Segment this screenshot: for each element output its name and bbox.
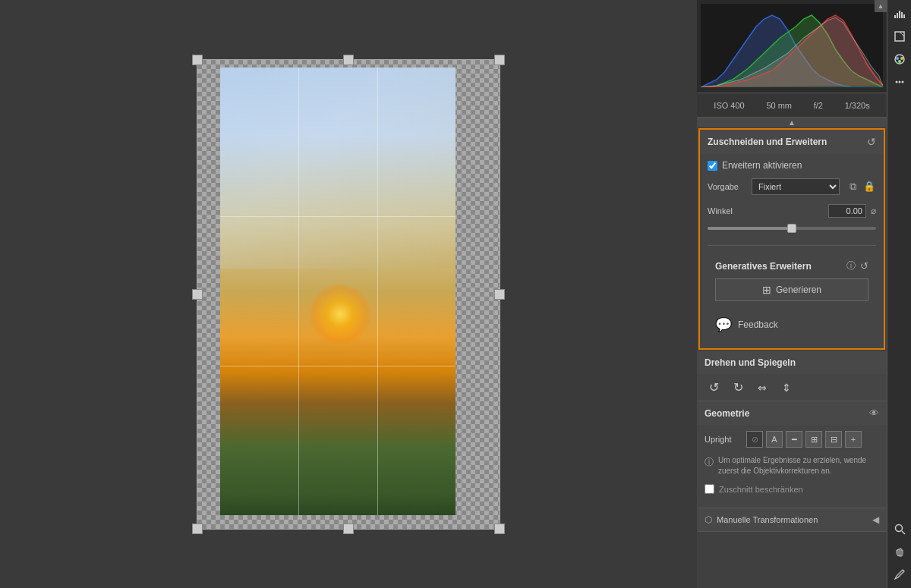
manuelle-label: Manuelle Transformationen — [717, 515, 872, 524]
expand-checkbox[interactable] — [708, 161, 717, 171]
winkel-input[interactable] — [828, 204, 866, 218]
crop-reset-icon[interactable]: ↺ — [867, 136, 876, 148]
sky-overlay — [220, 68, 456, 269]
drehen-title: Drehen und Spiegeln — [705, 357, 879, 368]
note-row: ⓘ Um optimale Ergebnisse zu erzielen, we… — [705, 455, 879, 476]
upright-row: Upright ⊘ A ━ ⊞ ⊟ + — [705, 431, 879, 448]
upright-h-btn[interactable]: ⊟ — [825, 431, 842, 448]
winkel-slider-thumb[interactable] — [787, 224, 796, 233]
manuelle-transformationen-row[interactable]: ⬡ Manuelle Transformationen ◀ — [697, 508, 887, 531]
generieren-label: Generieren — [776, 285, 821, 295]
crop-handle-bottom-left[interactable] — [192, 524, 203, 534]
feedback-label: Feedback — [738, 319, 778, 330]
zuschnitt-row: Zuschnitt beschränken — [705, 484, 879, 494]
zuschnitt-label: Zuschnitt beschränken — [719, 485, 803, 494]
crop-handle-right-mid[interactable] — [494, 289, 505, 300]
grid-line-h2 — [220, 366, 456, 366]
svg-point-8 — [900, 57, 903, 60]
gen-header: Generatives Erweitern ⓘ ↺ — [708, 252, 876, 278]
zuschnitt-checkbox[interactable] — [705, 484, 714, 494]
gen-reset-icon[interactable]: ↺ — [860, 260, 868, 272]
crop-expand-panel: Zuschneiden und Erweitern ↺ Erweitern ak… — [698, 128, 885, 350]
vorgabe-icons: ⧉ 🔒 — [846, 181, 876, 193]
geometrie-panel: Geometrie 👁 Upright ⊘ A ━ ⊞ ⊟ + ⓘ Um opt… — [697, 401, 887, 532]
rotate-ccw-btn[interactable]: ↺ — [705, 380, 723, 395]
upright-auto-btn[interactable]: A — [766, 431, 783, 448]
drehen-panel: Drehen und Spiegeln ↺ ↻ ⇔ ⇕ — [697, 351, 887, 401]
crop-handle-bottom-right[interactable] — [494, 524, 505, 534]
icon-bar-hand-btn[interactable] — [889, 541, 910, 562]
exif-bar: ISO 400 50 mm f/2 1/320s — [697, 93, 887, 117]
svg-point-7 — [896, 57, 899, 60]
generieren-button[interactable]: ⊞ Generieren — [715, 278, 868, 301]
manuelle-arrow-icon: ◀ — [872, 514, 879, 525]
icon-bar-brush-btn[interactable] — [889, 564, 910, 585]
upright-full-btn[interactable]: ⊞ — [805, 431, 822, 448]
gen-body: ⊞ Generieren — [708, 278, 876, 309]
geometrie-eye-icon[interactable]: 👁 — [869, 407, 879, 419]
dots-icon — [894, 76, 906, 88]
upright-label: Upright — [705, 435, 739, 444]
icon-bar-color-btn[interactable] — [889, 49, 910, 70]
crop-handle-top-mid[interactable] — [343, 55, 354, 65]
right-icon-bar — [887, 0, 911, 588]
panel-scroll[interactable]: ▲ Zuschneiden und Erweitern ↺ Erweitern … — [697, 118, 887, 588]
winkel-slider-track[interactable] — [708, 227, 876, 230]
crop-panel-header[interactable]: Zuschneiden und Erweitern ↺ — [700, 130, 884, 154]
scroll-arrow-top[interactable]: ▲ — [697, 118, 887, 127]
transform-icon — [894, 30, 906, 42]
vorgabe-label: Vorgabe — [708, 182, 746, 191]
winkel-slider-container — [708, 222, 876, 239]
color-icon — [894, 53, 906, 65]
histogram-arrow-up[interactable]: ▲ — [875, 0, 887, 12]
icon-bar-histogram-btn[interactable] — [889, 3, 910, 24]
feedback-icon: 💬 — [715, 316, 732, 333]
rotate-cw-btn[interactable]: ↻ — [729, 380, 747, 395]
manuelle-icon: ⬡ — [705, 514, 712, 525]
svg-point-11 — [898, 81, 900, 83]
svg-rect-1 — [894, 15, 896, 18]
icon-bar-dots-btn[interactable] — [889, 71, 910, 93]
winkel-label: Winkel — [708, 206, 746, 215]
svg-line-14 — [902, 531, 905, 534]
vorgabe-copy-icon[interactable]: ⧉ — [846, 181, 859, 193]
svg-rect-4 — [901, 12, 903, 18]
drehen-header[interactable]: Drehen und Spiegeln — [697, 351, 887, 374]
feedback-row[interactable]: 💬 Feedback — [708, 309, 876, 342]
histogram-icon — [894, 8, 906, 20]
hand-icon — [894, 546, 906, 558]
geometrie-body: Upright ⊘ A ━ ⊞ ⊟ + ⓘ Um optimale Ergebn… — [697, 425, 887, 508]
svg-rect-2 — [897, 13, 898, 18]
geometrie-header[interactable]: Geometrie 👁 — [697, 401, 887, 425]
flip-h-btn[interactable]: ⇔ — [753, 382, 771, 394]
icon-bar-zoom-btn[interactable] — [889, 518, 910, 539]
crop-handle-bottom-mid[interactable] — [343, 524, 354, 534]
upright-v-btn[interactable]: + — [845, 431, 862, 448]
winkel-slider-fill — [708, 227, 792, 230]
histogram-chart — [701, 4, 883, 87]
gen-info-icon[interactable]: ⓘ — [846, 259, 856, 272]
divider-1 — [708, 245, 876, 246]
crop-handle-left-mid[interactable] — [192, 289, 203, 300]
upright-off-btn[interactable]: ⊘ — [746, 431, 763, 448]
vorgabe-lock-icon[interactable]: 🔒 — [862, 181, 876, 193]
crop-handle-top-left[interactable] — [192, 55, 203, 65]
icon-bar-transform-btn[interactable] — [889, 26, 910, 47]
vorgabe-row: Vorgabe Fixiert Original Benutzerdefinie… — [708, 178, 876, 195]
vorgabe-select[interactable]: Fixiert Original Benutzerdefiniert — [752, 178, 840, 195]
crop-handle-top-right[interactable] — [494, 55, 505, 65]
generieren-icon: ⊞ — [762, 284, 771, 296]
note-icon: ⓘ — [705, 456, 714, 469]
angle-tool-icon[interactable]: ⌀ — [871, 206, 876, 216]
canvas-area — [0, 0, 697, 588]
upright-guided-btn[interactable]: ━ — [786, 431, 802, 448]
flip-v-btn[interactable]: ⇕ — [777, 382, 796, 394]
expand-label: Erweitern aktivieren — [722, 160, 802, 171]
svg-point-13 — [895, 525, 902, 532]
exif-shutter: 1/320s — [845, 101, 870, 110]
crop-frame[interactable] — [197, 59, 500, 530]
crop-panel-body: Erweitern aktivieren Vorgabe Fixiert Ori… — [700, 154, 884, 348]
exif-focal: 50 mm — [766, 101, 792, 110]
sun-glow — [310, 284, 370, 344]
crop-panel-title: Zuschneiden und Erweitern — [708, 137, 862, 147]
